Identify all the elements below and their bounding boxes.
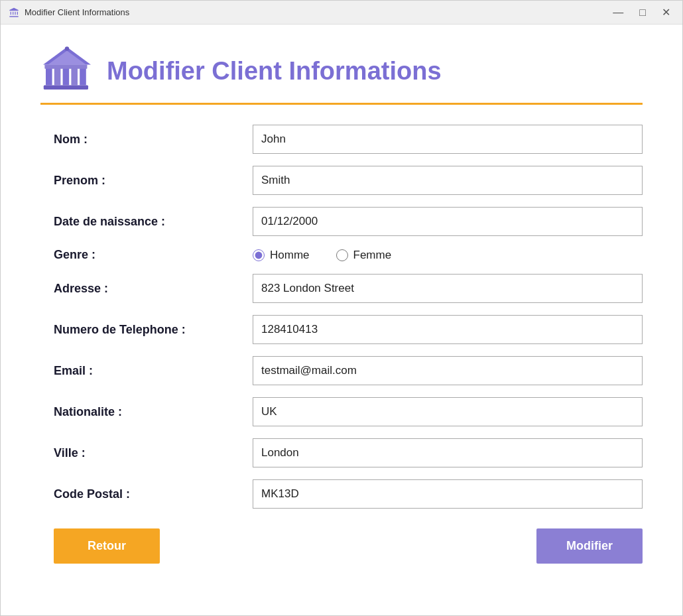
nationalite-row: Nationalite :: [40, 397, 643, 426]
genre-homme-radio[interactable]: [253, 249, 265, 261]
ville-label: Ville :: [40, 446, 253, 460]
genre-homme-option[interactable]: Homme: [253, 249, 310, 262]
svg-rect-1: [54, 68, 61, 86]
svg-rect-4: [80, 68, 86, 86]
ville-row: Ville :: [40, 438, 643, 467]
email-input[interactable]: [253, 356, 643, 385]
svg-rect-0: [46, 68, 52, 86]
email-label: Email :: [40, 364, 253, 378]
prenom-row: Prenom :: [40, 166, 643, 195]
main-window: Modifier Client Informations — □ ✕: [0, 0, 683, 616]
codepostal-input[interactable]: [253, 479, 643, 509]
maximize-button[interactable]: □: [635, 6, 650, 19]
svg-point-9: [65, 46, 69, 50]
page-header: Modifier Client Informations: [40, 44, 643, 97]
codepostal-row: Code Postal :: [40, 479, 643, 509]
prenom-input[interactable]: [253, 166, 643, 195]
genre-label: Genre :: [40, 248, 253, 262]
buttons-row: Retour Modifier: [40, 528, 643, 564]
title-bar-title: Modifier Client Informations: [25, 7, 129, 17]
adresse-label: Adresse :: [40, 282, 253, 296]
retour-button[interactable]: Retour: [54, 528, 160, 564]
nom-label: Nom :: [40, 133, 253, 147]
dob-row: Date de naissance :: [40, 207, 643, 236]
svg-rect-3: [71, 68, 78, 86]
adresse-input[interactable]: [253, 274, 643, 303]
svg-rect-6: [44, 64, 87, 68]
title-bar-controls: — □ ✕: [609, 6, 674, 19]
nationalite-input[interactable]: [253, 397, 643, 426]
genre-femme-radio[interactable]: [336, 249, 348, 261]
svg-rect-2: [63, 68, 70, 86]
genre-radio-group: Homme Femme: [253, 249, 643, 262]
ville-input[interactable]: [253, 438, 643, 467]
title-bar-bank-icon: [9, 7, 19, 18]
svg-rect-5: [44, 86, 88, 90]
prenom-label: Prenom :: [40, 174, 253, 188]
content-area: Modifier Client Informations Nom : Preno…: [1, 25, 682, 615]
nom-row: Nom :: [40, 125, 643, 154]
nationalite-label: Nationalite :: [40, 405, 253, 419]
nom-input[interactable]: [253, 125, 643, 154]
title-bar-left: Modifier Client Informations: [9, 7, 129, 18]
close-button[interactable]: ✕: [658, 6, 674, 19]
dob-label: Date de naissance :: [40, 215, 253, 229]
genre-homme-label: Homme: [270, 249, 310, 262]
telephone-input[interactable]: [253, 315, 643, 344]
bank-icon: [40, 44, 93, 97]
email-row: Email :: [40, 356, 643, 385]
genre-row: Genre : Homme Femme: [40, 248, 643, 262]
telephone-row: Numero de Telephone :: [40, 315, 643, 344]
genre-femme-label: Femme: [353, 249, 392, 262]
telephone-label: Numero de Telephone :: [40, 323, 253, 337]
header-divider: [40, 103, 643, 105]
adresse-row: Adresse :: [40, 274, 643, 303]
genre-femme-option[interactable]: Femme: [336, 249, 392, 262]
title-bar: Modifier Client Informations — □ ✕: [1, 1, 682, 25]
page-title: Modifier Client Informations: [107, 57, 442, 86]
codepostal-label: Code Postal :: [40, 487, 253, 501]
minimize-button[interactable]: —: [609, 6, 627, 19]
modifier-button[interactable]: Modifier: [536, 528, 643, 564]
form: Nom : Prenom : Date de naissance : Genre…: [40, 125, 643, 509]
dob-input[interactable]: [253, 207, 643, 236]
